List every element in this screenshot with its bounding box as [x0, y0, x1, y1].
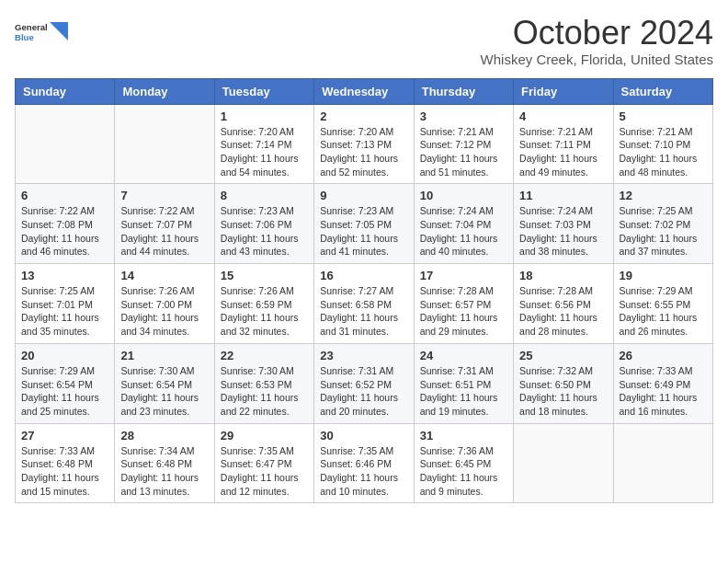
day-number-11: 11: [519, 189, 607, 202]
day-number-5: 5: [620, 109, 707, 123]
day-number-9: 9: [320, 189, 407, 202]
header-row: SundayMondayTuesdayWednesdayThursdayFrid…: [16, 78, 713, 104]
day-info-9: Sunrise: 7:23 AM Sunset: 7:05 PM Dayligh…: [320, 204, 407, 259]
day-cell-24: 24Sunrise: 7:31 AM Sunset: 6:51 PM Dayli…: [414, 343, 513, 423]
day-cell-27: 27Sunrise: 7:33 AM Sunset: 6:48 PM Dayli…: [16, 423, 115, 503]
calendar-table: SundayMondayTuesdayWednesdayThursdayFrid…: [15, 78, 713, 504]
day-number-13: 13: [21, 269, 108, 282]
day-info-24: Sunrise: 7:31 AM Sunset: 6:51 PM Dayligh…: [420, 364, 507, 419]
day-cell-29: 29Sunrise: 7:35 AM Sunset: 6:47 PM Dayli…: [214, 423, 313, 503]
day-number-1: 1: [221, 109, 308, 123]
day-cell-5: 5Sunrise: 7:21 AM Sunset: 7:10 PM Daylig…: [613, 104, 712, 184]
day-cell-4: 4Sunrise: 7:21 AM Sunset: 7:11 PM Daylig…: [514, 104, 613, 184]
day-number-10: 10: [420, 189, 507, 202]
calendar-body: 1Sunrise: 7:20 AM Sunset: 7:14 PM Daylig…: [16, 104, 713, 503]
day-number-25: 25: [519, 349, 607, 362]
day-info-13: Sunrise: 7:25 AM Sunset: 7:01 PM Dayligh…: [21, 284, 108, 339]
day-number-29: 29: [221, 429, 308, 442]
day-info-12: Sunrise: 7:25 AM Sunset: 7:02 PM Dayligh…: [620, 204, 707, 259]
day-cell-23: 23Sunrise: 7:31 AM Sunset: 6:52 PM Dayli…: [314, 343, 414, 423]
day-cell-12: 12Sunrise: 7:25 AM Sunset: 7:02 PM Dayli…: [613, 184, 712, 264]
month-title: October 2024: [481, 15, 713, 52]
day-cell-6: 6Sunrise: 7:22 AM Sunset: 7:08 PM Daylig…: [16, 184, 115, 264]
day-number-24: 24: [420, 349, 507, 362]
day-info-20: Sunrise: 7:29 AM Sunset: 6:54 PM Dayligh…: [21, 364, 108, 419]
header-thursday: Thursday: [414, 78, 513, 104]
day-info-6: Sunrise: 7:22 AM Sunset: 7:08 PM Dayligh…: [21, 204, 108, 259]
day-info-11: Sunrise: 7:24 AM Sunset: 7:03 PM Dayligh…: [519, 204, 607, 259]
day-number-28: 28: [120, 429, 208, 442]
day-cell-17: 17Sunrise: 7:28 AM Sunset: 6:57 PM Dayli…: [414, 264, 513, 344]
day-info-26: Sunrise: 7:33 AM Sunset: 6:49 PM Dayligh…: [620, 364, 707, 419]
day-cell-9: 9Sunrise: 7:23 AM Sunset: 7:05 PM Daylig…: [314, 184, 414, 264]
day-number-3: 3: [420, 109, 507, 123]
day-info-14: Sunrise: 7:26 AM Sunset: 7:00 PM Dayligh…: [120, 284, 208, 339]
day-number-27: 27: [21, 429, 108, 442]
day-info-15: Sunrise: 7:26 AM Sunset: 6:59 PM Dayligh…: [221, 284, 308, 339]
day-number-12: 12: [620, 189, 707, 202]
day-number-15: 15: [221, 269, 308, 282]
location: Whiskey Creek, Florida, United States: [481, 52, 713, 67]
day-number-2: 2: [320, 109, 407, 123]
day-info-25: Sunrise: 7:32 AM Sunset: 6:50 PM Dayligh…: [519, 364, 607, 419]
day-cell-22: 22Sunrise: 7:30 AM Sunset: 6:53 PM Dayli…: [214, 343, 313, 423]
day-number-17: 17: [420, 269, 507, 282]
day-cell-7: 7Sunrise: 7:22 AM Sunset: 7:07 PM Daylig…: [115, 184, 214, 264]
day-cell-15: 15Sunrise: 7:26 AM Sunset: 6:59 PM Dayli…: [214, 264, 313, 344]
day-info-29: Sunrise: 7:35 AM Sunset: 6:47 PM Dayligh…: [221, 444, 308, 499]
day-number-16: 16: [320, 269, 407, 282]
week-row-4: 20Sunrise: 7:29 AM Sunset: 6:54 PM Dayli…: [16, 343, 713, 423]
day-info-23: Sunrise: 7:31 AM Sunset: 6:52 PM Dayligh…: [320, 364, 407, 419]
day-cell-26: 26Sunrise: 7:33 AM Sunset: 6:49 PM Dayli…: [613, 343, 712, 423]
day-cell-16: 16Sunrise: 7:27 AM Sunset: 6:58 PM Dayli…: [314, 264, 414, 344]
page-header: General Blue October 2024 Whiskey Creek,…: [15, 15, 713, 67]
day-cell-18: 18Sunrise: 7:28 AM Sunset: 6:56 PM Dayli…: [514, 264, 613, 344]
day-number-20: 20: [21, 349, 108, 362]
day-number-18: 18: [519, 269, 607, 282]
day-info-18: Sunrise: 7:28 AM Sunset: 6:56 PM Dayligh…: [519, 284, 607, 339]
week-row-3: 13Sunrise: 7:25 AM Sunset: 7:01 PM Dayli…: [16, 264, 713, 344]
day-cell-31: 31Sunrise: 7:36 AM Sunset: 6:45 PM Dayli…: [414, 423, 513, 503]
empty-cell: [115, 104, 214, 184]
day-cell-21: 21Sunrise: 7:30 AM Sunset: 6:54 PM Dayli…: [115, 343, 214, 423]
header-wednesday: Wednesday: [314, 78, 414, 104]
title-block: October 2024 Whiskey Creek, Florida, Uni…: [481, 15, 713, 67]
day-number-8: 8: [221, 189, 308, 202]
day-info-21: Sunrise: 7:30 AM Sunset: 6:54 PM Dayligh…: [120, 364, 208, 419]
day-info-17: Sunrise: 7:28 AM Sunset: 6:57 PM Dayligh…: [420, 284, 507, 339]
day-info-7: Sunrise: 7:22 AM Sunset: 7:07 PM Dayligh…: [120, 204, 208, 259]
day-info-4: Sunrise: 7:21 AM Sunset: 7:11 PM Dayligh…: [519, 125, 607, 179]
day-number-30: 30: [320, 429, 407, 442]
empty-cell: [16, 104, 115, 184]
day-number-23: 23: [320, 349, 407, 362]
logo: General Blue: [15, 15, 68, 48]
day-info-30: Sunrise: 7:35 AM Sunset: 6:46 PM Dayligh…: [320, 444, 407, 499]
day-cell-28: 28Sunrise: 7:34 AM Sunset: 6:48 PM Dayli…: [115, 423, 214, 503]
empty-cell: [613, 423, 712, 503]
day-cell-30: 30Sunrise: 7:35 AM Sunset: 6:46 PM Dayli…: [314, 423, 414, 503]
day-number-4: 4: [519, 109, 607, 123]
logo-triangle: [50, 22, 68, 40]
day-cell-2: 2Sunrise: 7:20 AM Sunset: 7:13 PM Daylig…: [314, 104, 414, 184]
empty-cell: [514, 423, 613, 503]
day-info-16: Sunrise: 7:27 AM Sunset: 6:58 PM Dayligh…: [320, 284, 407, 339]
header-saturday: Saturday: [613, 78, 712, 104]
day-info-2: Sunrise: 7:20 AM Sunset: 7:13 PM Dayligh…: [320, 125, 407, 179]
day-number-19: 19: [620, 269, 707, 282]
day-cell-10: 10Sunrise: 7:24 AM Sunset: 7:04 PM Dayli…: [414, 184, 513, 264]
day-cell-8: 8Sunrise: 7:23 AM Sunset: 7:06 PM Daylig…: [214, 184, 313, 264]
day-cell-25: 25Sunrise: 7:32 AM Sunset: 6:50 PM Dayli…: [514, 343, 613, 423]
day-info-19: Sunrise: 7:29 AM Sunset: 6:55 PM Dayligh…: [620, 284, 707, 339]
week-row-5: 27Sunrise: 7:33 AM Sunset: 6:48 PM Dayli…: [16, 423, 713, 503]
day-info-8: Sunrise: 7:23 AM Sunset: 7:06 PM Dayligh…: [221, 204, 308, 259]
day-cell-13: 13Sunrise: 7:25 AM Sunset: 7:01 PM Dayli…: [16, 264, 115, 344]
day-info-1: Sunrise: 7:20 AM Sunset: 7:14 PM Dayligh…: [221, 125, 308, 179]
day-info-22: Sunrise: 7:30 AM Sunset: 6:53 PM Dayligh…: [221, 364, 308, 419]
logo-svg: General Blue: [15, 15, 48, 48]
day-cell-11: 11Sunrise: 7:24 AM Sunset: 7:03 PM Dayli…: [514, 184, 613, 264]
header-monday: Monday: [115, 78, 214, 104]
day-cell-20: 20Sunrise: 7:29 AM Sunset: 6:54 PM Dayli…: [16, 343, 115, 423]
day-cell-3: 3Sunrise: 7:21 AM Sunset: 7:12 PM Daylig…: [414, 104, 513, 184]
day-number-14: 14: [120, 269, 208, 282]
svg-marker-2: [50, 22, 68, 40]
